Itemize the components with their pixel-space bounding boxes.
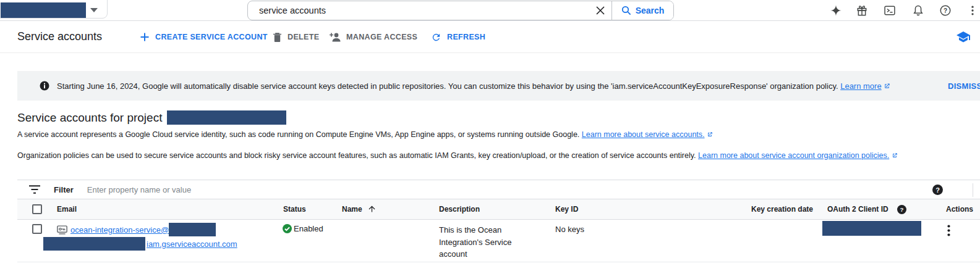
svg-text:?: ? xyxy=(900,206,904,213)
section-heading-row: Service accounts for project xyxy=(17,110,286,125)
page-toolbar: Service accounts CREATE SERVICE ACCOUNT … xyxy=(0,21,980,53)
redacted-email-part xyxy=(169,223,216,236)
info-icon xyxy=(40,81,49,91)
filter-input[interactable] xyxy=(87,185,767,194)
column-header-status[interactable]: Status xyxy=(283,205,306,214)
status-cell: Enabled xyxy=(283,224,323,233)
manage-access-button[interactable]: MANAGE ACCESS xyxy=(328,21,417,53)
column-header-key-creation-date[interactable]: Key creation date xyxy=(751,205,813,214)
top-app-bar: Search ? xyxy=(0,0,980,21)
learn-more-org-policies-link[interactable]: Learn more about service account organiz… xyxy=(698,151,889,160)
org-policy-paragraph: Organization policies can be used to sec… xyxy=(17,151,898,160)
search-button[interactable]: Search xyxy=(611,1,673,20)
create-service-account-label: CREATE SERVICE ACCOUNT xyxy=(155,33,268,41)
service-account-email-domain[interactable]: iam.gserviceaccount.com xyxy=(147,239,237,249)
search-input[interactable] xyxy=(248,6,589,15)
filter-bar-divider xyxy=(973,183,973,197)
column-header-oauth2-client-id[interactable]: OAuth 2 Client ID xyxy=(827,205,888,214)
external-link-icon xyxy=(892,152,898,159)
status-text: Enabled xyxy=(294,224,323,233)
column-header-description[interactable]: Description xyxy=(439,205,480,214)
trash-icon xyxy=(273,32,282,43)
banner-message-text: Starting June 16, 2024, Google will auto… xyxy=(57,81,838,91)
filter-bar: Filter ? xyxy=(17,180,980,199)
delete-button[interactable]: DELETE xyxy=(273,21,319,53)
search-bar: Search xyxy=(247,1,674,20)
table-row: ocean-integration-service@ iam.gservicea… xyxy=(17,220,980,262)
learning-graduation-cap-icon[interactable] xyxy=(956,31,971,44)
person-add-icon xyxy=(328,32,341,42)
notifications-icon[interactable] xyxy=(912,4,924,17)
page-title: Service accounts xyxy=(17,30,102,43)
close-icon xyxy=(596,6,605,15)
banner-message: Starting June 16, 2024, Google will auto… xyxy=(57,81,890,91)
external-link-icon xyxy=(707,131,713,138)
chevron-down-icon xyxy=(90,8,98,12)
search-button-label: Search xyxy=(636,6,665,15)
select-all-checkbox[interactable] xyxy=(32,204,42,214)
intro-text: A service account represents a Google Cl… xyxy=(17,130,579,139)
banner-dismiss-button[interactable]: DISMISS xyxy=(948,81,980,91)
row-actions-button[interactable] xyxy=(941,224,956,239)
refresh-label: REFRESH xyxy=(447,33,485,41)
service-account-email-link[interactable]: ocean-integration-service@ xyxy=(70,225,169,235)
service-account-icon xyxy=(57,225,67,235)
column-header-key-id[interactable]: Key ID xyxy=(555,205,578,214)
filter-label: Filter xyxy=(54,185,74,194)
filter-icon xyxy=(29,185,40,194)
email-cell-line2: iam.gserviceaccount.com xyxy=(43,237,237,251)
svg-text:?: ? xyxy=(935,186,940,194)
column-header-email[interactable]: Email xyxy=(57,205,77,214)
project-selector[interactable] xyxy=(0,0,108,19)
svg-text:?: ? xyxy=(944,7,947,14)
org-policy-text: Organization policies can be used to sec… xyxy=(17,151,696,160)
help-icon[interactable]: ? xyxy=(939,4,952,17)
external-link-icon xyxy=(884,83,890,89)
gcp-console-service-accounts: Search ? Service accounts CREATE SERVICE… xyxy=(0,0,980,266)
more-vertical-icon xyxy=(947,225,950,236)
row-checkbox[interactable] xyxy=(32,224,42,234)
create-service-account-button[interactable]: CREATE SERVICE ACCOUNT xyxy=(140,21,268,53)
column-header-actions: Actions xyxy=(946,205,973,214)
column-header-name[interactable]: Name xyxy=(342,205,362,214)
redacted-email-part xyxy=(43,237,145,251)
key-id-cell: No keys xyxy=(555,225,584,234)
search-icon xyxy=(621,6,631,15)
refresh-button[interactable]: REFRESH xyxy=(431,21,485,53)
gemini-sparkle-icon[interactable] xyxy=(830,4,842,17)
banner-learn-more-link[interactable]: Learn more xyxy=(840,81,881,91)
redacted-oauth2-client-id xyxy=(822,221,921,236)
table-header-row: Email Status Name Description Key ID Key… xyxy=(17,199,980,220)
filter-help-icon[interactable]: ? xyxy=(932,185,943,195)
cloud-shell-icon[interactable] xyxy=(884,4,896,17)
section-heading: Service accounts for project xyxy=(17,111,162,125)
more-options-icon[interactable] xyxy=(968,4,977,17)
sort-ascending-icon[interactable] xyxy=(367,204,377,214)
email-cell-line1: ocean-integration-service@ xyxy=(57,223,216,236)
plus-icon xyxy=(140,32,150,42)
delete-label: DELETE xyxy=(288,33,319,41)
redacted-project-id xyxy=(167,110,286,125)
manage-access-label: MANAGE ACCESS xyxy=(346,33,417,41)
refresh-icon xyxy=(431,32,441,43)
clear-search-button[interactable] xyxy=(589,1,611,20)
gift-icon[interactable] xyxy=(856,4,868,17)
learn-more-service-accounts-link[interactable]: Learn more about service accounts. xyxy=(582,130,705,139)
info-banner: Starting June 16, 2024, Google will auto… xyxy=(17,71,980,101)
description-cell: This is the Ocean Integration's Service … xyxy=(439,224,522,260)
redacted-project-name xyxy=(1,2,86,18)
oauth2-help-icon[interactable]: ? xyxy=(897,205,906,214)
status-enabled-icon xyxy=(283,224,292,233)
intro-paragraph: A service account represents a Google Cl… xyxy=(17,130,713,139)
